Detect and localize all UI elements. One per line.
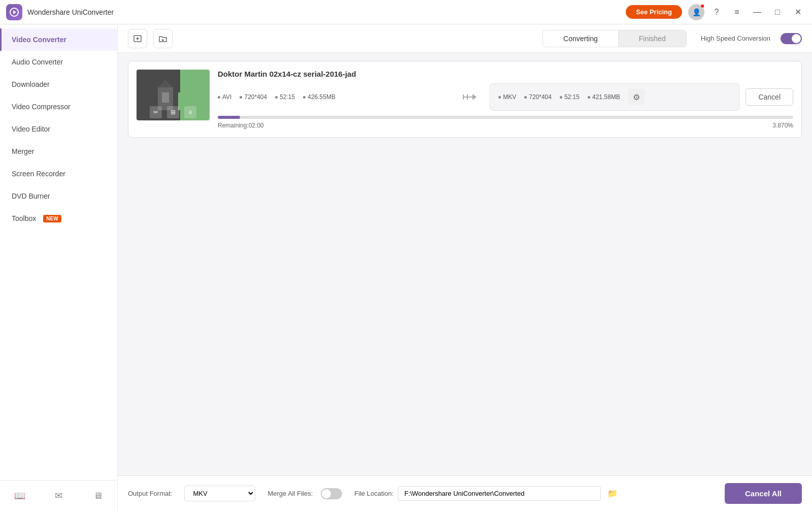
hsc-toggle[interactable]: [781, 33, 802, 44]
dot: [560, 96, 562, 99]
merge-toggle-group: Merge All Files:: [267, 488, 342, 499]
crop-button[interactable]: ⊞: [167, 106, 179, 118]
merge-label: Merge All Files:: [267, 490, 313, 497]
sidebar-book-icon[interactable]: 📖: [11, 487, 29, 505]
sidebar-item-label: Downloader: [12, 80, 50, 88]
sidebar-item-label: Screen Recorder: [12, 170, 65, 178]
sidebar-item-merger[interactable]: Merger: [0, 140, 117, 163]
progress-labels: Remaining:02:00 3.870%: [218, 122, 793, 129]
sidebar-item-video-compressor[interactable]: Video Compressor: [0, 95, 117, 118]
minimize-button[interactable]: —: [749, 4, 765, 20]
add-folder-button[interactable]: [153, 29, 173, 48]
user-avatar[interactable]: 👤: [688, 4, 704, 20]
tab-converting[interactable]: Converting: [543, 30, 619, 47]
file-thumbnail: ✂ ⊞ ≡: [137, 70, 210, 120]
app-logo: [6, 4, 22, 20]
dot: [498, 96, 501, 99]
dot: [240, 96, 242, 99]
dot: [218, 96, 220, 99]
maximize-button[interactable]: □: [769, 4, 786, 20]
file-location-label: File Location:: [354, 490, 393, 497]
sidebar-item-label: Merger: [12, 147, 34, 155]
sidebar-item-dvd-burner[interactable]: DVD Burner: [0, 185, 117, 207]
sidebar-screen-icon[interactable]: 🖥: [89, 487, 107, 505]
notification-dot: [700, 4, 704, 8]
sidebar-item-screen-recorder[interactable]: Screen Recorder: [0, 163, 117, 185]
sidebar-item-label: Audio Converter: [12, 58, 63, 66]
menu-button[interactable]: ≡: [729, 4, 745, 20]
sidebar-item-downloader[interactable]: Downloader: [0, 73, 117, 95]
output-format-label: Output Format:: [128, 490, 172, 497]
output-resolution: 720*404: [524, 93, 552, 101]
dot: [588, 96, 590, 99]
cancel-all-button[interactable]: Cancel All: [725, 483, 802, 504]
progress-section: Remaining:02:00 3.870%: [218, 116, 793, 129]
main-content: ✂ ⊞ ≡ Doktor Martin 02x14-cz serial-2016…: [118, 53, 812, 475]
hsc-label: High Speed Conversion: [701, 35, 770, 42]
sidebar-mail-icon[interactable]: ✉: [50, 487, 68, 505]
thumb-controls: ✂ ⊞ ≡: [137, 106, 210, 118]
source-resolution: 720*404: [240, 93, 267, 101]
sidebar-bottom: 📖 ✉ 🖥: [0, 480, 117, 511]
remaining-label: Remaining:02:00: [218, 122, 264, 129]
svg-marker-12: [472, 94, 477, 100]
help-button[interactable]: ?: [708, 4, 725, 20]
output-format-select[interactable]: MKV MP4 AVI MOV: [184, 486, 255, 501]
sidebar-item-label: Video Compressor: [12, 103, 71, 111]
dot: [275, 96, 278, 99]
file-title: Doktor Martin 02x14-cz serial-2016-jad: [218, 70, 793, 78]
sidebar-item-label: Video Editor: [12, 125, 50, 133]
percent-label: 3.870%: [772, 122, 793, 129]
effect-button[interactable]: ≡: [184, 106, 196, 118]
new-badge: NEW: [43, 215, 61, 222]
file-card: ✂ ⊞ ≡ Doktor Martin 02x14-cz serial-2016…: [128, 61, 802, 138]
output-settings-button[interactable]: ⚙: [628, 89, 645, 105]
see-pricing-button[interactable]: See Pricing: [626, 5, 682, 19]
content-area: Converting Finished High Speed Conversio…: [118, 24, 812, 511]
source-size: 426.55MB: [303, 93, 335, 101]
output-size: 421.58MB: [588, 93, 620, 101]
sidebar-item-toolbox[interactable]: Toolbox NEW: [0, 207, 117, 230]
trim-button[interactable]: ✂: [150, 106, 162, 118]
app-body: Video Converter Audio Converter Download…: [0, 24, 812, 511]
file-path-input[interactable]: [398, 486, 601, 501]
merge-toggle[interactable]: [321, 488, 342, 499]
cancel-button[interactable]: Cancel: [746, 88, 793, 106]
bottom-bar: Output Format: MKV MP4 AVI MOV Merge All…: [118, 475, 812, 511]
source-duration: 52:15: [275, 93, 295, 101]
sidebar: Video Converter Audio Converter Download…: [0, 24, 118, 511]
sidebar-item-video-editor[interactable]: Video Editor: [0, 118, 117, 140]
output-format: MKV: [498, 93, 516, 101]
add-file-button[interactable]: [128, 29, 147, 48]
progress-bar-fill: [218, 116, 240, 119]
toggle-knob: [792, 34, 801, 43]
sidebar-item-label: DVD Burner: [12, 192, 50, 200]
app-title: Wondershare UniConverter: [27, 8, 626, 16]
sidebar-item-label: Video Converter: [12, 36, 66, 44]
sidebar-item-label: Toolbox: [12, 214, 36, 222]
file-location-group: File Location: 📁: [354, 486, 713, 501]
source-info: AVI 720*404 52:15: [218, 91, 450, 103]
close-button[interactable]: ✕: [790, 4, 806, 20]
dot: [303, 96, 306, 99]
sidebar-item-video-converter[interactable]: Video Converter: [0, 28, 117, 51]
tab-group: Converting Finished: [543, 30, 687, 47]
merge-toggle-knob: [322, 489, 331, 498]
toolbar: Converting Finished High Speed Conversio…: [118, 24, 812, 53]
browse-folder-button[interactable]: 📁: [605, 486, 620, 501]
titlebar-icons: 👤 ? ≡ — □ ✕: [688, 4, 806, 20]
output-info: MKV 720*404 52:15: [490, 83, 739, 111]
svg-rect-9: [162, 92, 169, 103]
titlebar: Wondershare UniConverter See Pricing 👤 ?…: [0, 0, 812, 24]
progress-bar-track: [218, 116, 793, 119]
svg-marker-8: [158, 80, 173, 87]
file-meta-row: AVI 720*404 52:15: [218, 83, 793, 111]
convert-arrow-icon: [456, 91, 484, 103]
sidebar-item-audio-converter[interactable]: Audio Converter: [0, 51, 117, 73]
svg-marker-1: [13, 10, 16, 14]
source-format: AVI: [218, 93, 231, 101]
dot: [524, 96, 527, 99]
output-duration: 52:15: [560, 93, 580, 101]
tab-finished[interactable]: Finished: [619, 30, 686, 47]
file-info: Doktor Martin 02x14-cz serial-2016-jad A…: [218, 70, 793, 129]
